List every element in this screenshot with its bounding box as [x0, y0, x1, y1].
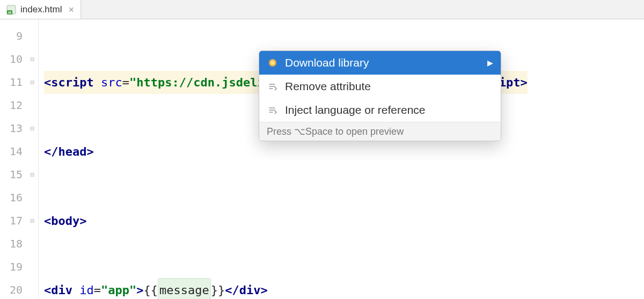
- menu-item-label: Download library: [285, 56, 369, 69]
- edit-icon: [267, 104, 279, 116]
- line-number: 11: [0, 71, 23, 94]
- file-tab[interactable]: H index.html ×: [0, 0, 81, 19]
- fold-marker[interactable]: ⊟: [27, 209, 38, 232]
- menu-item-download-library[interactable]: Download library ▶: [259, 51, 501, 75]
- menu-footer-hint: Press ⌥Space to open preview: [259, 122, 501, 141]
- bulb-icon: [267, 57, 279, 69]
- fold-marker[interactable]: ⊟: [27, 117, 38, 140]
- svg-text:H: H: [8, 10, 11, 14]
- line-number: 12: [0, 94, 23, 117]
- tab-bar: H index.html ×: [0, 0, 644, 19]
- fold-marker[interactable]: ⊟: [27, 163, 38, 186]
- submenu-arrow-icon: ▶: [487, 59, 493, 67]
- svg-point-4: [270, 61, 275, 65]
- line-number-gutter: 9 10 11 12 13 14 15 16 17 18 19 20: [0, 19, 27, 299]
- line-number: 20: [0, 279, 23, 299]
- line-number: 17: [0, 209, 23, 232]
- code-line[interactable]: <div id="app">{{message}}</div>: [44, 279, 528, 299]
- menu-item-label: Inject language or reference: [285, 104, 426, 116]
- line-number: 16: [0, 186, 23, 209]
- fold-marker[interactable]: ⊟: [27, 71, 38, 94]
- line-number: 18: [0, 232, 23, 256]
- line-number: 10: [0, 48, 23, 71]
- edit-icon: [267, 81, 279, 92]
- line-number: 9: [0, 25, 23, 48]
- menu-item-remove-attribute[interactable]: Remove attribute: [259, 75, 501, 98]
- html-file-icon: H: [6, 5, 16, 14]
- line-number: 19: [0, 256, 23, 279]
- line-number: 13: [0, 117, 23, 140]
- code-line[interactable]: <body>: [44, 209, 528, 232]
- line-number: 15: [0, 163, 23, 186]
- code-line[interactable]: </head>: [44, 140, 528, 163]
- line-number: 14: [0, 140, 23, 163]
- close-icon[interactable]: ×: [68, 5, 74, 14]
- fold-gutter: ⊟ ⊟ ⊟ ⊟ ⊟: [27, 19, 39, 299]
- intention-menu: Download library ▶ Remove attribute Inje…: [259, 50, 501, 141]
- menu-item-inject-language[interactable]: Inject language or reference: [259, 98, 501, 122]
- tab-filename: index.html: [20, 4, 62, 15]
- menu-item-label: Remove attribute: [285, 80, 371, 93]
- fold-marker[interactable]: ⊟: [27, 48, 38, 71]
